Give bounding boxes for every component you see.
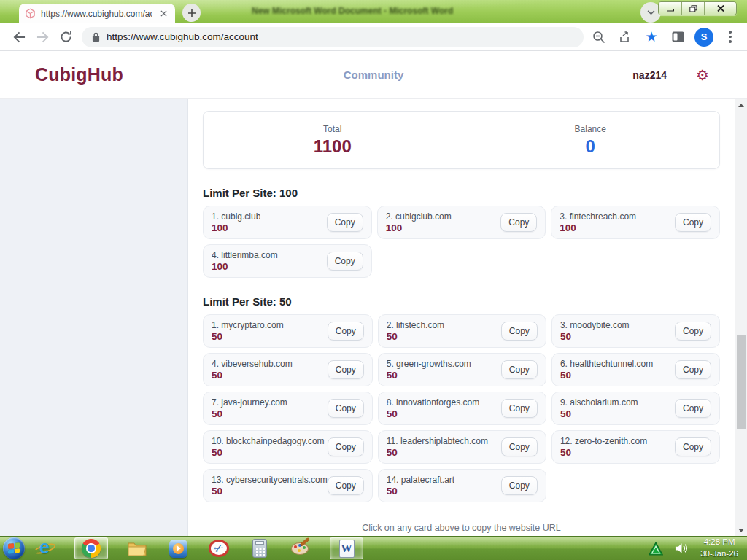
copy-button[interactable]: Copy xyxy=(328,476,364,495)
address-bar[interactable]: https://www.cubighub.com/account xyxy=(82,27,584,47)
site-limit-value: 50 xyxy=(387,331,444,342)
site-name: 4. littlerimba.com xyxy=(212,250,278,260)
site-favicon-cube-icon xyxy=(25,8,36,19)
page-scrollbar[interactable] xyxy=(735,99,747,536)
site-info: 9. aischolarium.com 50 xyxy=(560,397,638,419)
tray-volume-icon[interactable] xyxy=(675,542,689,554)
system-tray: 4:28 PM 30-Jan-26 xyxy=(649,537,746,559)
copy-button[interactable]: Copy xyxy=(501,360,538,379)
back-button[interactable] xyxy=(7,26,31,49)
tab-close-icon[interactable] xyxy=(158,8,169,20)
tray-antivirus-icon[interactable] xyxy=(649,542,663,556)
copy-button[interactable]: Copy xyxy=(501,476,538,495)
settings-gear-icon[interactable]: ⚙ xyxy=(696,68,709,82)
site-limit-value: 50 xyxy=(212,408,287,419)
site-card[interactable]: 11. leadershiplabtech.com 50 Copy xyxy=(378,430,546,464)
site-limit-value: 50 xyxy=(387,486,454,497)
site-info: 2. cubigclub.com 100 xyxy=(386,211,452,233)
site-card[interactable]: 4. littlerimba.com 100 Copy xyxy=(203,244,372,278)
restore-button[interactable] xyxy=(681,2,704,15)
copy-button[interactable]: Copy xyxy=(327,252,363,271)
site-card[interactable]: 3. moodybite.com 50 Copy xyxy=(551,314,720,348)
side-panel-icon[interactable] xyxy=(668,28,687,47)
zoom-out-icon[interactable] xyxy=(589,28,608,47)
site-card[interactable]: 8. innovationforges.com 50 Copy xyxy=(378,392,546,425)
bookmark-star-icon[interactable]: ★ xyxy=(642,28,661,47)
site-info: 2. lifistech.com 50 xyxy=(387,320,444,342)
copy-button[interactable]: Copy xyxy=(675,322,711,341)
reload-button[interactable] xyxy=(54,26,77,49)
username-link[interactable]: naz214 xyxy=(632,69,667,81)
copy-button[interactable]: Copy xyxy=(500,213,537,232)
site-limit-value: 50 xyxy=(212,331,284,342)
browser-tab[interactable]: https://www.cubighub.com/accou xyxy=(19,4,175,23)
site-card[interactable]: 5. green-growths.com 50 Copy xyxy=(378,353,546,386)
footer-note: Click on any card above to copy the webs… xyxy=(203,523,720,533)
scrollbar-thumb[interactable] xyxy=(737,335,746,429)
site-card[interactable]: 7. java-journey.com 50 Copy xyxy=(203,392,373,425)
share-icon[interactable] xyxy=(616,28,635,47)
profile-avatar[interactable]: S xyxy=(694,28,713,47)
site-info: 13. cybersecuritycentrals.com 50 xyxy=(212,475,328,497)
copy-button[interactable]: Copy xyxy=(501,322,538,341)
site-card[interactable]: 6. healthtechtunnel.com 50 Copy xyxy=(551,353,720,386)
site-limit-value: 50 xyxy=(560,408,638,419)
minimize-button[interactable] xyxy=(659,2,681,15)
copy-button[interactable]: Copy xyxy=(675,360,711,379)
site-card[interactable]: 13. cybersecuritycentrals.com 50 Copy xyxy=(203,469,373,502)
site-card[interactable]: 9. aischolarium.com 50 Copy xyxy=(551,392,720,425)
forward-button[interactable] xyxy=(31,26,54,49)
site-info: 4. vibeversehub.com 50 xyxy=(212,359,293,381)
close-button[interactable] xyxy=(704,2,736,15)
lock-icon xyxy=(92,32,100,42)
taskbar-paint-icon[interactable] xyxy=(289,537,312,559)
site-limit-value: 50 xyxy=(560,447,647,458)
site-card[interactable]: 1. mycryptaro.com 50 Copy xyxy=(203,314,373,348)
scroll-down-arrow[interactable] xyxy=(735,524,747,536)
copy-button[interactable]: Copy xyxy=(328,438,364,456)
site-card[interactable]: 2. lifistech.com 50 Copy xyxy=(378,314,546,348)
scroll-up-arrow[interactable] xyxy=(735,99,747,111)
taskbar-media-player-icon[interactable] xyxy=(166,537,190,559)
site-card[interactable]: 10. blockchainpedagogy.com 50 Copy xyxy=(203,430,373,464)
site-name: 9. aischolarium.com xyxy=(560,397,638,408)
taskbar-clock[interactable]: 4:28 PM 30-Jan-26 xyxy=(700,537,738,559)
taskbar-calculator-icon[interactable] xyxy=(248,537,271,559)
site-card[interactable]: 12. zero-to-zenith.com 50 Copy xyxy=(551,430,720,464)
taskbar-chrome-icon[interactable] xyxy=(74,537,108,559)
site-name: 10. blockchainpedagogy.com xyxy=(212,436,325,446)
copy-button[interactable]: Copy xyxy=(675,213,711,232)
site-name: 2. lifistech.com xyxy=(387,320,444,330)
copy-button[interactable]: Copy xyxy=(501,399,538,418)
site-card[interactable]: 1. cubig.club 100 Copy xyxy=(203,206,372,239)
copy-button[interactable]: Copy xyxy=(675,438,711,456)
site-card[interactable]: 4. vibeversehub.com 50 Copy xyxy=(203,353,373,386)
new-tab-button[interactable] xyxy=(182,4,201,22)
copy-button[interactable]: Copy xyxy=(328,360,364,379)
taskbar-explorer-icon[interactable] xyxy=(125,537,149,559)
menu-dots-icon[interactable] xyxy=(721,28,740,47)
clock-time: 4:28 PM xyxy=(700,537,738,548)
window-controls xyxy=(658,1,737,15)
clock-date: 30-Jan-26 xyxy=(700,548,738,560)
taskbar-snipping-tool-icon[interactable]: ✂ xyxy=(207,537,231,559)
start-button[interactable] xyxy=(3,537,25,559)
site-card[interactable]: 2. cubigclub.com 100 Copy xyxy=(377,206,546,239)
copy-button[interactable]: Copy xyxy=(327,213,363,232)
site-name: 13. cybersecuritycentrals.com xyxy=(212,475,328,485)
site-info: 8. innovationforges.com 50 xyxy=(387,397,479,419)
copy-button[interactable]: Copy xyxy=(328,322,364,341)
cards-grid-50: 1. mycryptaro.com 50 Copy 2. lifistech.c… xyxy=(203,314,720,502)
site-card[interactable]: 3. fintechreach.com 100 Copy xyxy=(551,206,720,239)
section-heading-50: Limit Per Site: 50 xyxy=(203,295,720,308)
site-card[interactable]: 14. palatecraft.art 50 Copy xyxy=(378,469,546,502)
copy-button[interactable]: Copy xyxy=(501,438,538,456)
taskbar-word-icon[interactable]: W xyxy=(330,537,363,559)
site-info: 3. moodybite.com 50 xyxy=(560,320,630,342)
site-limit-value: 50 xyxy=(387,370,471,381)
copy-button[interactable]: Copy xyxy=(328,399,364,418)
copy-button[interactable]: Copy xyxy=(675,399,711,418)
tab-title: https://www.cubighub.com/accou xyxy=(41,9,152,19)
background-window-title: New Microsoft Word Document - Microsoft … xyxy=(252,6,565,16)
taskbar-ie-icon[interactable]: e xyxy=(34,537,57,559)
